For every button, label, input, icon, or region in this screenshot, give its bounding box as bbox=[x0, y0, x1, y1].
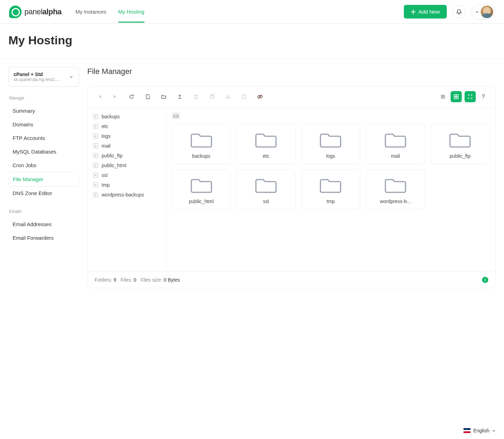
folder-item[interactable]: logs bbox=[301, 124, 360, 164]
sidebar-item[interactable]: File Manager bbox=[8, 172, 79, 186]
refresh-button[interactable] bbox=[127, 92, 136, 102]
tree-item[interactable]: +mail bbox=[91, 141, 162, 151]
folder-grid: backupsetclogsmailpublic_ftppublic_htmls… bbox=[172, 124, 490, 209]
top-nav-item[interactable]: My Hosting bbox=[118, 1, 144, 23]
folder-label: mail bbox=[391, 153, 400, 159]
tree-item[interactable]: +wordpress-backups bbox=[91, 190, 162, 200]
sidebar-nav-emails: Email AddressesEmail Forwarders bbox=[8, 217, 79, 245]
expand-icon[interactable]: + bbox=[93, 153, 98, 158]
tree-item[interactable]: +logs bbox=[91, 131, 162, 141]
folder-item[interactable]: backups bbox=[172, 124, 231, 164]
view-list-button[interactable] bbox=[438, 92, 448, 102]
help-button[interactable]: ? bbox=[479, 92, 488, 102]
copy-button[interactable] bbox=[207, 92, 217, 102]
folder-label: public_ftp bbox=[450, 153, 470, 159]
expand-icon[interactable]: + bbox=[93, 192, 98, 197]
nav-first-button[interactable] bbox=[95, 92, 104, 102]
folder-icon bbox=[255, 131, 277, 148]
tree-item-label: public_ftp bbox=[102, 153, 123, 158]
view-grid-button[interactable] bbox=[451, 91, 462, 102]
account-selector-subtitle: sk.cpanel-pa.mg-test2.... bbox=[14, 77, 59, 82]
sidebar-item[interactable]: MySQL Databases bbox=[8, 145, 79, 158]
logo-text: panelalpha bbox=[24, 7, 61, 16]
add-new-label: Add New bbox=[418, 9, 440, 15]
folder-item[interactable]: etc bbox=[236, 124, 295, 164]
folder-icon bbox=[320, 176, 341, 194]
folder-icon bbox=[320, 131, 341, 148]
tree-item[interactable]: +tmp bbox=[91, 180, 162, 190]
user-menu[interactable] bbox=[471, 4, 495, 20]
expand-icon[interactable]: + bbox=[93, 114, 98, 119]
sidebar-item[interactable]: Email Addresses bbox=[8, 217, 79, 231]
delete-button[interactable] bbox=[191, 92, 201, 102]
top-nav: My InstancesMy Hosting bbox=[75, 1, 144, 23]
page-title: My Hosting bbox=[8, 34, 496, 47]
new-folder-button[interactable] bbox=[159, 92, 169, 102]
svg-rect-8 bbox=[454, 97, 456, 99]
paste-button[interactable] bbox=[239, 92, 249, 102]
fm-tree: +backups+etc+logs+mail+public_ftp+public… bbox=[88, 107, 166, 271]
sidebar-item[interactable]: Domains bbox=[8, 118, 79, 131]
expand-icon[interactable]: + bbox=[93, 124, 98, 129]
tree-item[interactable]: +ssl bbox=[91, 170, 162, 180]
upload-button[interactable] bbox=[175, 92, 185, 102]
account-selector[interactable]: cPanel + Std sk.cpanel-pa.mg-test2.... bbox=[8, 67, 79, 87]
folder-icon bbox=[385, 176, 406, 194]
page-title-bar: My Hosting bbox=[0, 24, 504, 59]
tree-item-label: wordpress-backups bbox=[102, 192, 144, 198]
tree-item-label: backups bbox=[102, 114, 120, 119]
fullscreen-button[interactable] bbox=[465, 91, 476, 102]
sidebar-item[interactable]: Summary bbox=[8, 104, 79, 118]
folder-label: public_html bbox=[189, 199, 214, 204]
nav-last-button[interactable] bbox=[111, 92, 120, 102]
svg-rect-4 bbox=[243, 95, 245, 95]
folder-item[interactable]: public_html bbox=[172, 170, 231, 209]
tree-item[interactable]: +backups bbox=[91, 112, 162, 121]
folder-item[interactable]: mail bbox=[366, 124, 425, 164]
tree-item[interactable]: +public_ftp bbox=[91, 151, 162, 161]
folder-icon bbox=[385, 131, 406, 148]
svg-rect-6 bbox=[454, 95, 456, 96]
add-new-button[interactable]: Add New bbox=[404, 5, 447, 18]
expand-icon[interactable]: + bbox=[93, 163, 98, 168]
folder-item[interactable]: public_ftp bbox=[431, 124, 490, 164]
status-info-button[interactable]: i bbox=[482, 277, 488, 283]
expand-icon[interactable]: + bbox=[93, 183, 98, 187]
top-nav-item[interactable]: My Instances bbox=[75, 1, 106, 23]
sidebar: cPanel + Std sk.cpanel-pa.mg-test2.... M… bbox=[8, 67, 79, 245]
svg-rect-0 bbox=[210, 95, 213, 98]
breadcrumb-root[interactable] bbox=[172, 112, 180, 119]
chevron-down-icon bbox=[475, 10, 479, 14]
tree-item-label: mail bbox=[102, 143, 111, 149]
tree-item[interactable]: +public_html bbox=[91, 161, 162, 170]
tree-item[interactable]: +etc bbox=[91, 121, 162, 131]
new-file-button[interactable] bbox=[143, 92, 153, 102]
fm-content: backupsetclogsmailpublic_ftppublic_htmls… bbox=[166, 107, 495, 271]
folder-icon bbox=[449, 131, 471, 148]
notifications-button[interactable] bbox=[452, 5, 466, 18]
drive-icon bbox=[173, 114, 178, 118]
bell-icon bbox=[456, 9, 462, 15]
expand-icon[interactable]: + bbox=[93, 143, 98, 148]
cut-button[interactable] bbox=[223, 92, 233, 102]
folder-label: ssl bbox=[263, 199, 269, 204]
folder-item[interactable]: ssl bbox=[236, 170, 295, 209]
toggle-hidden-button[interactable] bbox=[255, 92, 265, 102]
sidebar-item[interactable]: Email Forwarders bbox=[8, 231, 79, 245]
tree-item-label: tmp bbox=[102, 182, 110, 188]
folder-item[interactable]: tmp bbox=[301, 170, 360, 209]
panel-title: File Manager bbox=[87, 67, 496, 76]
folder-icon bbox=[255, 176, 277, 194]
main-content: File Manager ? bbox=[87, 67, 496, 288]
status-filesize-label: Files size: bbox=[141, 277, 162, 283]
sidebar-item[interactable]: DNS Zone Editor bbox=[8, 186, 79, 200]
folder-item[interactable]: wordpress-b... bbox=[366, 170, 425, 209]
status-files-value: 0 bbox=[134, 277, 136, 283]
sidebar-item[interactable]: Cron Jobs bbox=[8, 158, 79, 172]
expand-icon[interactable]: + bbox=[93, 134, 98, 139]
logo[interactable]: panelalpha bbox=[9, 6, 61, 18]
expand-icon[interactable]: + bbox=[93, 173, 98, 178]
svg-rect-3 bbox=[243, 95, 245, 99]
sidebar-item[interactable]: FTP Accounts bbox=[8, 131, 79, 145]
folder-label: backups bbox=[192, 153, 210, 159]
